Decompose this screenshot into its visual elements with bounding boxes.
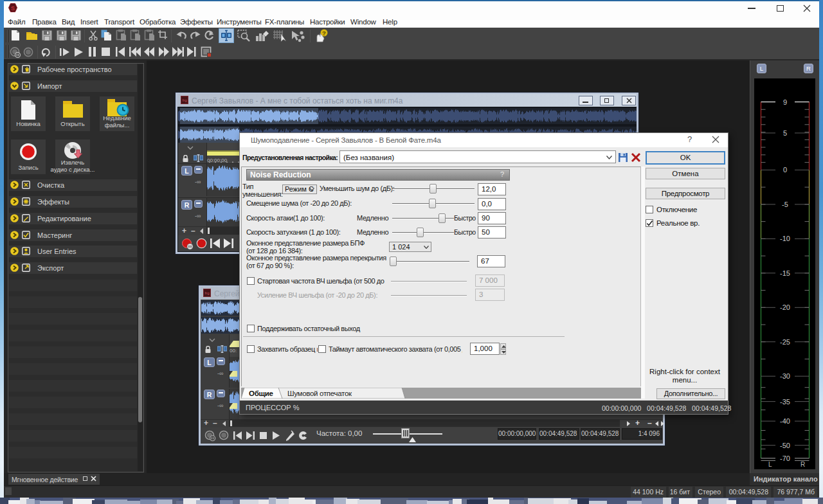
svg-text:-25: -25 [780,338,790,346]
svg-text:-20: -20 [780,303,790,311]
svg-text:-35: -35 [780,398,790,406]
svg-text:-40: -40 [780,417,790,425]
svg-text:-5: -5 [782,201,788,208]
svg-text:-30: -30 [780,372,790,380]
svg-text:-15: -15 [780,269,790,277]
svg-text:S: S [11,5,15,12]
svg-text:5: 5 [783,129,787,137]
svg-text:9: 9 [783,98,787,106]
svg-text:L: L [768,461,772,468]
svg-text:R: R [800,461,805,468]
svg-text:?: ? [322,30,326,37]
svg-text:-70: -70 [780,455,790,462]
svg-text:0: 0 [783,166,787,174]
svg-text:-50: -50 [780,442,790,449]
svg-text:-10: -10 [780,235,790,242]
